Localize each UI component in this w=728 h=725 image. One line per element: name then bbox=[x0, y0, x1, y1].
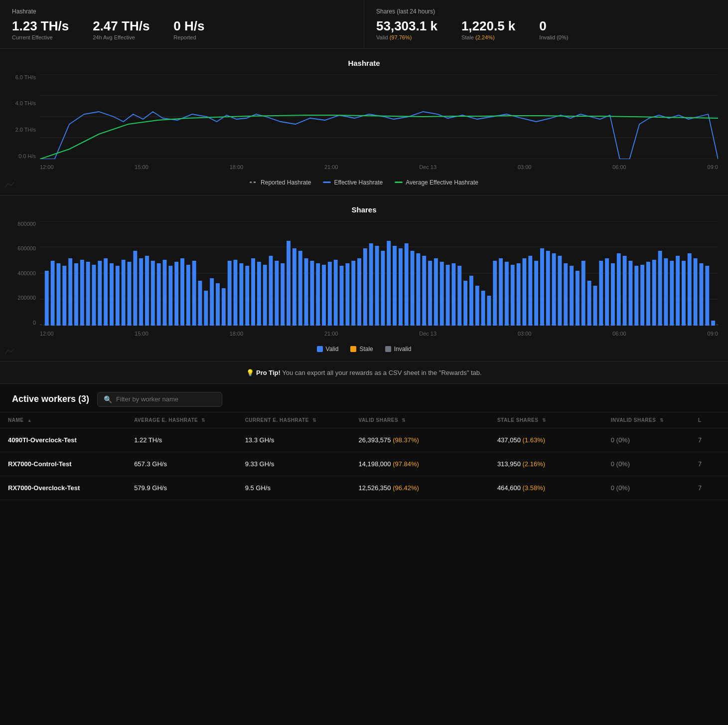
svg-rect-107 bbox=[611, 263, 615, 326]
pro-tip-label: Pro Tip! bbox=[256, 369, 281, 376]
svg-rect-13 bbox=[57, 263, 61, 326]
svg-rect-73 bbox=[411, 251, 415, 326]
hashrate-chart-area bbox=[40, 74, 718, 159]
current-effective-label: Current Effective bbox=[12, 34, 69, 40]
svg-rect-69 bbox=[387, 241, 391, 326]
svg-rect-63 bbox=[351, 261, 355, 326]
y-label-1: 4.0 TH/s bbox=[15, 100, 36, 106]
svg-rect-20 bbox=[98, 261, 102, 326]
hashrate-svg bbox=[40, 74, 718, 159]
shares-y-labels: 800000 600000 400000 200000 0 bbox=[10, 221, 40, 326]
hashrate-stats-row: 1.23 TH/s Current Effective 2.47 TH/s 24… bbox=[12, 19, 352, 40]
svg-rect-91 bbox=[517, 263, 521, 326]
worker-name[interactable]: RX7000-Control-Test bbox=[8, 460, 72, 468]
svg-rect-85 bbox=[481, 291, 485, 326]
svg-rect-37 bbox=[198, 281, 202, 326]
table-row: 4090TI-Overclock-Test 1.22 TH/s 13.3 GH/… bbox=[0, 428, 728, 452]
svg-rect-33 bbox=[174, 262, 178, 326]
svg-rect-67 bbox=[375, 246, 379, 326]
svg-rect-103 bbox=[587, 281, 591, 326]
svg-rect-48 bbox=[263, 265, 267, 326]
shares-section-title: Shares (last 24 hours) bbox=[376, 8, 716, 15]
svg-rect-54 bbox=[298, 251, 302, 326]
svg-rect-120 bbox=[688, 253, 692, 326]
legend-valid: Valid bbox=[317, 346, 339, 353]
svg-rect-105 bbox=[599, 261, 603, 326]
svg-rect-123 bbox=[705, 266, 709, 326]
minimize-icon[interactable] bbox=[4, 181, 16, 191]
shares-minimize-icon[interactable] bbox=[4, 348, 16, 358]
worker-name-cell: 4090TI-Overclock-Test bbox=[0, 428, 126, 452]
svg-rect-108 bbox=[617, 253, 621, 326]
filter-container[interactable]: 🔍 bbox=[97, 392, 222, 407]
shares-chart-section: Shares 800000 600000 400000 200000 0 bbox=[0, 195, 728, 362]
legend-avg-effective: Average Effective Hashrate bbox=[395, 179, 478, 186]
svg-rect-119 bbox=[682, 261, 686, 326]
svg-rect-19 bbox=[92, 265, 96, 326]
effective-legend-label: Effective Hashrate bbox=[334, 179, 383, 186]
svg-rect-35 bbox=[186, 265, 190, 326]
col-header-avg-hashrate[interactable]: AVERAGE E. HASHRATE ⇅ bbox=[126, 412, 237, 428]
lightbulb-icon: 💡 bbox=[246, 369, 254, 376]
worker-name-cell: RX7000-Overclock-Test bbox=[0, 476, 126, 500]
svg-rect-84 bbox=[475, 286, 479, 326]
hashrate-chart-title: Hashrate bbox=[10, 59, 718, 67]
worker-name[interactable]: RX7000-Overclock-Test bbox=[8, 484, 80, 492]
svg-rect-15 bbox=[68, 258, 72, 326]
svg-rect-92 bbox=[522, 258, 526, 326]
svg-rect-89 bbox=[505, 262, 509, 326]
stats-bar: Hashrate 1.23 TH/s Current Effective 2.4… bbox=[0, 0, 728, 49]
svg-rect-104 bbox=[593, 286, 597, 326]
col-header-cur-hashrate[interactable]: CURRENT E. HASHRATE ⇅ bbox=[237, 412, 351, 428]
avg-24h-value: 2.47 TH/s bbox=[93, 19, 149, 33]
invalid-shares-label: Invalid (0%) bbox=[539, 34, 568, 40]
cur-hashrate-cell: 9.33 GH/s bbox=[237, 452, 351, 476]
col-header-stale-shares[interactable]: STALE SHARES ⇅ bbox=[489, 412, 603, 428]
svg-rect-34 bbox=[180, 258, 184, 326]
hashrate-legend: Reported Hashrate Effective Hashrate Ave… bbox=[10, 179, 718, 190]
reported-legend-icon bbox=[250, 181, 258, 183]
svg-rect-86 bbox=[487, 296, 491, 326]
svg-rect-97 bbox=[552, 253, 556, 326]
worker-name[interactable]: 4090TI-Overclock-Test bbox=[8, 436, 77, 444]
table-row: RX7000-Overclock-Test 579.9 GH/s 9.5 GH/… bbox=[0, 476, 728, 500]
svg-rect-74 bbox=[416, 253, 420, 326]
svg-rect-68 bbox=[381, 251, 385, 326]
col-header-valid-shares[interactable]: VALID SHARES ⇅ bbox=[350, 412, 489, 428]
svg-rect-40 bbox=[216, 283, 220, 326]
reported-label: Reported bbox=[173, 34, 204, 40]
shares-chart-container: 800000 600000 400000 200000 0 bbox=[10, 221, 718, 341]
svg-rect-87 bbox=[493, 261, 497, 326]
invalid-legend-label: Invalid bbox=[394, 346, 412, 353]
svg-rect-45 bbox=[245, 266, 249, 326]
svg-rect-47 bbox=[257, 262, 261, 326]
svg-rect-76 bbox=[428, 261, 432, 326]
worker-filter-input[interactable] bbox=[116, 395, 216, 403]
svg-rect-65 bbox=[363, 248, 367, 326]
svg-rect-44 bbox=[239, 263, 243, 326]
cur-hashrate-cell: 9.5 GH/s bbox=[237, 476, 351, 500]
svg-rect-64 bbox=[357, 258, 361, 326]
svg-rect-30 bbox=[157, 263, 161, 326]
last-cell: 7 bbox=[690, 428, 728, 452]
shares-chart-title: Shares bbox=[10, 205, 718, 214]
valid-shares-label: Valid (97.76%) bbox=[376, 34, 437, 40]
hashrate-y-labels: 6.0 TH/s 4.0 TH/s 2.0 TH/s 0.0 H/s bbox=[10, 74, 40, 159]
svg-rect-59 bbox=[328, 262, 332, 326]
svg-rect-110 bbox=[629, 261, 633, 326]
last-cell: 7 bbox=[690, 476, 728, 500]
svg-rect-112 bbox=[640, 265, 644, 326]
svg-rect-115 bbox=[658, 251, 662, 326]
pro-tip-bar: 💡 Pro Tip! You can export all your rewar… bbox=[0, 362, 728, 384]
invalid-shares-cell: 0 (0%) bbox=[603, 452, 690, 476]
svg-rect-53 bbox=[292, 248, 296, 326]
col-header-invalid-shares[interactable]: INVALID SHARES ⇅ bbox=[603, 412, 690, 428]
workers-header: Active workers (3) 🔍 bbox=[0, 384, 728, 412]
col-header-name[interactable]: NAME ▲ bbox=[0, 412, 126, 428]
svg-rect-82 bbox=[463, 281, 467, 326]
col-header-last[interactable]: L bbox=[690, 412, 728, 428]
valid-legend-icon bbox=[317, 346, 323, 352]
workers-title: Active workers (3) bbox=[12, 394, 89, 404]
svg-rect-56 bbox=[310, 261, 314, 326]
svg-rect-14 bbox=[62, 266, 66, 326]
